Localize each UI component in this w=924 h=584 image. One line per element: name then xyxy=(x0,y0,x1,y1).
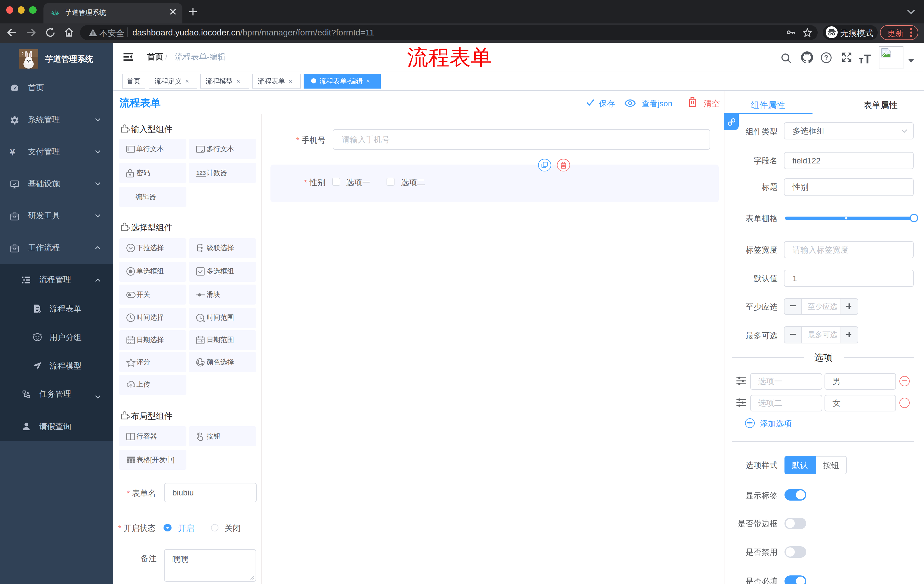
svg-text:?: ? xyxy=(824,54,828,61)
